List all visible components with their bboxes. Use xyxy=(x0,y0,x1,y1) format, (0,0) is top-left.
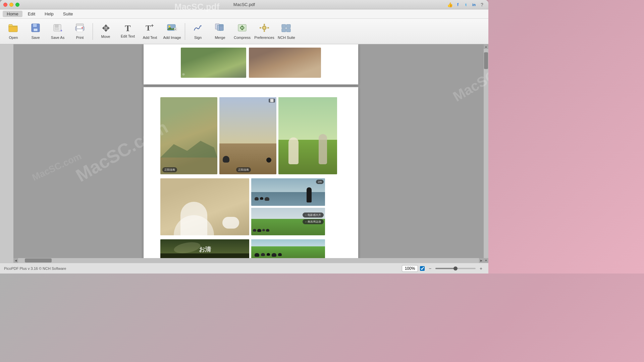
print-button[interactable]: Print xyxy=(69,20,91,43)
menubar: Home Edit Help Suite xyxy=(0,9,488,19)
pdf-viewer[interactable]: MacSC.com 华 xyxy=(13,44,488,263)
svg-text:+: + xyxy=(151,23,154,28)
svg-text:+: + xyxy=(60,29,62,33)
zoom-plus-button[interactable]: + xyxy=(478,265,484,272)
add-image-icon: + xyxy=(167,23,177,34)
photo-badge-center: 正阳连南 xyxy=(236,167,251,172)
photo-tags-scene: ○ 电影感大片 ○ 南昌周边游 xyxy=(251,208,325,235)
move-label: Move xyxy=(101,35,110,39)
add-image-button[interactable]: + Add Image xyxy=(161,20,183,43)
collage-third-row: お清 xyxy=(160,239,341,259)
svg-rect-6 xyxy=(55,28,58,30)
scroll-track[interactable] xyxy=(484,49,488,258)
scroll-h-track[interactable] xyxy=(18,258,479,263)
menu-home[interactable]: Home xyxy=(3,11,22,17)
scroll-up-arrow[interactable]: ▲ xyxy=(484,44,488,49)
zoom-slider[interactable] xyxy=(435,268,476,269)
tag-nanchang: ○ 南昌周边游 xyxy=(303,219,324,224)
sign-label: Sign xyxy=(194,36,202,40)
nch-suite-icon xyxy=(281,23,292,34)
maximize-button[interactable] xyxy=(15,3,19,7)
zoom-input[interactable] xyxy=(402,265,418,272)
save-icon xyxy=(31,23,40,34)
statusbar: PicoPDF Plus v 3.16 © NCH Software − + xyxy=(0,263,488,274)
photo-grass-couple: 华 xyxy=(181,48,246,78)
edit-text-icon: T xyxy=(125,24,130,33)
scroll-h-thumb[interactable] xyxy=(25,258,52,262)
photo-grassland xyxy=(251,239,325,259)
preferences-button[interactable]: Preferences xyxy=(254,20,275,43)
merge-label: Merge xyxy=(215,36,225,40)
chinese-text-overlay: お清 xyxy=(199,245,211,253)
photo-wedding-goats: 正阳连南 xyxy=(160,97,217,174)
save-label: Save xyxy=(31,36,40,40)
compress-icon xyxy=(237,23,248,34)
svg-rect-35 xyxy=(286,28,290,32)
zoom-checkbox[interactable] xyxy=(420,266,425,271)
toolbar: Open Save + Save As Print ✥ Move T xyxy=(0,19,488,44)
pdf-page-2: 正阳连南 xyxy=(144,87,358,263)
collage-top-row: 正阳连南 xyxy=(160,97,341,174)
add-text-icon: T+ xyxy=(145,23,155,34)
close-button[interactable] xyxy=(3,3,7,7)
svg-text:+: + xyxy=(174,28,176,31)
photo-badge-top-right: 2/9 xyxy=(316,180,324,184)
minimize-button[interactable] xyxy=(9,3,13,7)
merge-icon xyxy=(215,23,225,34)
facebook-icon[interactable]: f xyxy=(455,2,461,8)
merge-button[interactable]: Merge xyxy=(209,20,231,43)
thumbs-up-icon[interactable]: 👍 xyxy=(447,2,453,8)
photo-outdoor-couple xyxy=(249,48,321,78)
menu-edit[interactable]: Edit xyxy=(24,11,39,17)
nch-suite-button[interactable]: NCH Suite xyxy=(276,20,297,43)
right-column: 2/9 xyxy=(251,178,325,235)
save-as-icon: + xyxy=(53,23,62,34)
twitter-icon[interactable]: t xyxy=(463,2,469,8)
zoom-controls: − + xyxy=(402,265,484,272)
toolbar-sep-1 xyxy=(93,23,93,40)
bottom-scrollbar: ◀ ▶ xyxy=(13,258,484,263)
edit-text-label: Edit Text xyxy=(121,34,135,38)
scroll-left-arrow[interactable]: ◀ xyxy=(13,258,18,263)
menu-suite[interactable]: Suite xyxy=(59,11,77,17)
photo-center-couple: ⬜ 正阳连南 xyxy=(219,97,276,174)
scroll-thumb[interactable] xyxy=(484,52,488,69)
svg-text:T: T xyxy=(146,23,151,32)
pdf-scroll-area[interactable]: 华 xyxy=(13,44,488,263)
left-gutter xyxy=(0,44,13,263)
svg-rect-32 xyxy=(282,24,286,28)
open-icon xyxy=(8,23,19,34)
save-as-button[interactable]: + Save As xyxy=(47,20,68,43)
help-icon[interactable]: ? xyxy=(479,2,485,8)
photo-trees: お清 xyxy=(160,239,249,259)
sign-button[interactable]: Sign xyxy=(187,20,209,43)
photo-right-couple xyxy=(278,97,337,174)
save-button[interactable]: Save xyxy=(25,20,46,43)
compress-label: Compress xyxy=(234,36,251,40)
edit-text-button[interactable]: T Edit Text xyxy=(117,20,139,43)
zoom-slider-fill xyxy=(435,268,455,269)
svg-rect-3 xyxy=(34,28,38,31)
open-button[interactable]: Open xyxy=(3,20,24,43)
scroll-right-arrow[interactable]: ▶ xyxy=(479,258,484,263)
linkedin-icon[interactable]: in xyxy=(471,2,477,8)
move-button[interactable]: ✥ Move xyxy=(95,20,116,43)
add-text-button[interactable]: T+ Add Text xyxy=(139,20,161,43)
right-scrollbar: ▲ ▼ xyxy=(484,44,488,263)
photo-corner-icon: ⬜ xyxy=(269,99,275,103)
app-window: MacSC.pdf 👍 f t in ? Home Edit Help Suit… xyxy=(0,0,488,274)
zoom-slider-thumb[interactable] xyxy=(453,266,458,270)
titlebar: MacSC.pdf 👍 f t in ? xyxy=(0,0,488,9)
photo-lake-scene: 2/9 xyxy=(251,178,325,206)
main-area: MacSC.com 华 xyxy=(0,44,488,263)
add-text-label: Add Text xyxy=(143,36,157,40)
zoom-minus-button[interactable]: − xyxy=(427,265,433,272)
menu-help[interactable]: Help xyxy=(41,11,58,17)
svg-rect-34 xyxy=(282,28,286,32)
compress-button[interactable]: Compress xyxy=(231,20,253,43)
svg-point-12 xyxy=(82,27,83,28)
svg-rect-33 xyxy=(286,24,290,28)
svg-rect-5 xyxy=(55,24,58,27)
tag-movie-photo: ○ 电影感大片 xyxy=(303,213,324,218)
scroll-down-arrow[interactable]: ▼ xyxy=(484,258,488,263)
